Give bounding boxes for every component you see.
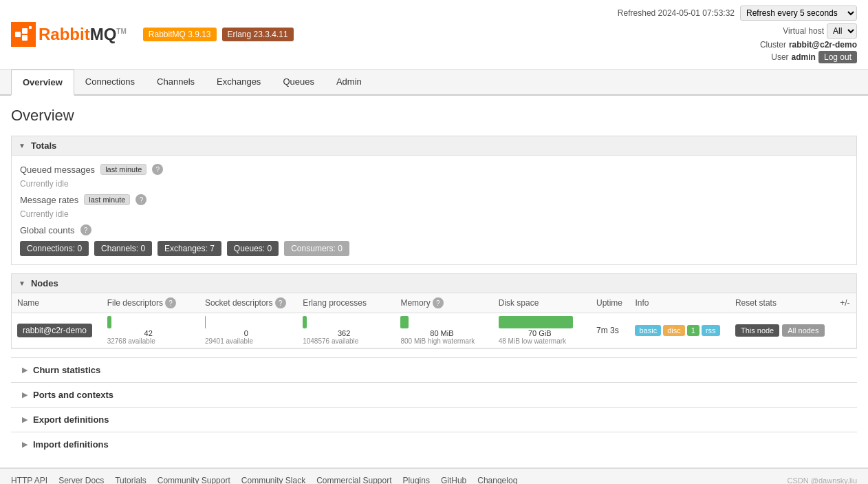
info-badge-num[interactable]: 1 [687, 325, 699, 336]
nodes-section: ▼ Nodes Name File descriptors ? [11, 273, 857, 349]
socket-desc-help[interactable]: ? [275, 297, 286, 308]
col-name: Name [12, 293, 102, 313]
svg-rect-3 [29, 26, 32, 29]
svg-rect-2 [22, 35, 28, 41]
file-descriptors-cell: 42 32768 available [102, 313, 199, 348]
cluster-label: Cluster [760, 40, 786, 50]
totals-section: ▼ Totals Queued messages last minute ? C… [11, 136, 857, 265]
churn-statistics-header[interactable]: ▶ Churn statistics [11, 358, 857, 382]
queued-messages-help[interactable]: ? [152, 164, 163, 175]
footer-links: HTTP API Server Docs Tutorials Community… [11, 476, 517, 484]
memory-help[interactable]: ? [433, 297, 444, 308]
ports-contexts-header[interactable]: ▶ Ports and contexts [11, 383, 857, 407]
message-rates-help[interactable]: ? [135, 194, 147, 205]
col-info: Info [629, 293, 729, 313]
nodes-arrow: ▼ [19, 280, 25, 287]
file-desc-help[interactable]: ? [165, 297, 176, 308]
erlang-version-badge: Erlang 23.3.4.11 [222, 28, 294, 41]
col-plus-minus[interactable]: +/- [834, 293, 856, 313]
page-title: Overview [11, 107, 857, 125]
queued-messages-badge[interactable]: last minute [100, 164, 147, 175]
node-name-badge: rabbit@c2r-demo [17, 324, 92, 337]
footer-server-docs[interactable]: Server Docs [58, 476, 104, 484]
info-badge-disc[interactable]: disc [663, 325, 685, 336]
footer-commercial-support[interactable]: Commercial Support [316, 476, 391, 484]
footer-tutorials[interactable]: Tutorials [115, 476, 147, 484]
footer-http-api[interactable]: HTTP API [11, 476, 47, 484]
info-cell: basic disc 1 rss [629, 313, 729, 348]
ports-title: Ports and contexts [33, 390, 113, 400]
logo-tm-text: TM [116, 28, 126, 35]
export-title: Export definitions [33, 414, 109, 425]
svg-rect-0 [15, 32, 21, 37]
col-file-descriptors: File descriptors ? [102, 293, 199, 313]
disk-space-watermark: 48 MiB low watermark [499, 337, 581, 345]
global-counts-label: Global counts [20, 225, 75, 235]
refresh-select[interactable]: Refresh every 5 seconds Refresh every 10… [740, 6, 857, 21]
queued-messages-label: Queued messages [20, 165, 95, 175]
message-rates-badge[interactable]: last minute [84, 194, 130, 205]
totals-arrow: ▼ [19, 142, 25, 149]
export-arrow: ▶ [22, 415, 28, 424]
uptime-value: 7m 3s [596, 326, 619, 335]
header-right: Refreshed 2024-05-01 07:53:32 Refresh ev… [618, 6, 857, 63]
info-badge-basic[interactable]: basic [635, 325, 661, 336]
count-buttons: Connections: 0 Channels: 0 Exchanges: 7 … [20, 241, 848, 256]
totals-section-content: Queued messages last minute ? Currently … [12, 156, 856, 264]
footer-community-support[interactable]: Community Support [158, 476, 230, 484]
col-uptime: Uptime [591, 293, 630, 313]
rabbitmq-version-badge: RabbitMQ 3.9.13 [143, 28, 217, 41]
totals-section-header[interactable]: ▼ Totals [12, 136, 856, 156]
this-node-button[interactable]: This node [735, 324, 779, 337]
export-definitions-header[interactable]: ▶ Export definitions [11, 408, 857, 432]
global-counts-help[interactable]: ? [80, 224, 91, 235]
consumers-count-btn[interactable]: Consumers: 0 [284, 241, 349, 256]
file-desc-value: 42 [107, 329, 190, 337]
vhost-select[interactable]: All [827, 23, 857, 39]
footer-changelog[interactable]: Changelog [477, 476, 517, 484]
reset-stats-cell: This node All nodes [730, 313, 834, 348]
all-nodes-button[interactable]: All nodes [782, 324, 824, 337]
info-badge-rss[interactable]: rss [702, 325, 720, 336]
socket-desc-available: 29401 available [205, 337, 287, 345]
nodes-table-header: Name File descriptors ? Socket descripto… [12, 293, 856, 313]
import-title: Import definitions [33, 439, 109, 450]
erlang-processes-cell: 362 1048576 available [297, 313, 395, 348]
queues-count-btn[interactable]: Queues: 0 [227, 241, 279, 256]
footer-plugins[interactable]: Plugins [403, 476, 430, 484]
logout-button[interactable]: Log out [818, 51, 857, 63]
churn-title: Churn statistics [33, 365, 100, 375]
nav-exchanges[interactable]: Exchanges [206, 70, 272, 96]
navigation: Overview Connections Channels Exchanges … [0, 70, 868, 96]
logo-rabbit-text: Rabbit [39, 25, 90, 43]
import-definitions-header[interactable]: ▶ Import definitions [11, 432, 857, 456]
nav-queues[interactable]: Queues [272, 70, 325, 96]
logo-mq-text: MQ [90, 25, 117, 43]
currently-idle-2: Currently idle [20, 209, 848, 219]
col-disk-space: Disk space [493, 293, 591, 313]
ports-arrow: ▶ [22, 390, 28, 399]
channels-count-btn[interactable]: Channels: 0 [94, 241, 152, 256]
exchanges-count-btn[interactable]: Exchanges: 7 [158, 241, 221, 256]
plus-minus-cell[interactable] [834, 313, 856, 348]
nav-overview[interactable]: Overview [11, 70, 74, 96]
export-definitions-section: ▶ Export definitions [11, 407, 857, 432]
footer-github[interactable]: GitHub [441, 476, 466, 484]
ports-contexts-section: ▶ Ports and contexts [11, 382, 857, 407]
nodes-table: Name File descriptors ? Socket descripto… [12, 293, 856, 348]
memory-watermark: 800 MiB high watermark [400, 337, 483, 345]
queued-messages-row: Queued messages last minute ? [20, 164, 848, 175]
socket-desc-value: 0 [205, 329, 287, 337]
nav-channels[interactable]: Channels [146, 70, 206, 96]
nav-admin[interactable]: Admin [325, 70, 373, 96]
nodes-section-header[interactable]: ▼ Nodes [12, 274, 856, 293]
footer-community-slack[interactable]: Community Slack [241, 476, 305, 484]
user-value: admin [792, 52, 816, 62]
vhost-label: Virtual host [783, 26, 824, 36]
erlang-proc-available: 1048576 available [303, 337, 385, 345]
memory-cell: 80 MiB 800 MiB high watermark [395, 313, 492, 348]
col-socket-descriptors: Socket descriptors ? [199, 293, 297, 313]
connections-count-btn[interactable]: Connections: 0 [20, 241, 89, 256]
nav-connections[interactable]: Connections [74, 70, 146, 96]
global-counts-row: Global counts ? [20, 224, 848, 235]
